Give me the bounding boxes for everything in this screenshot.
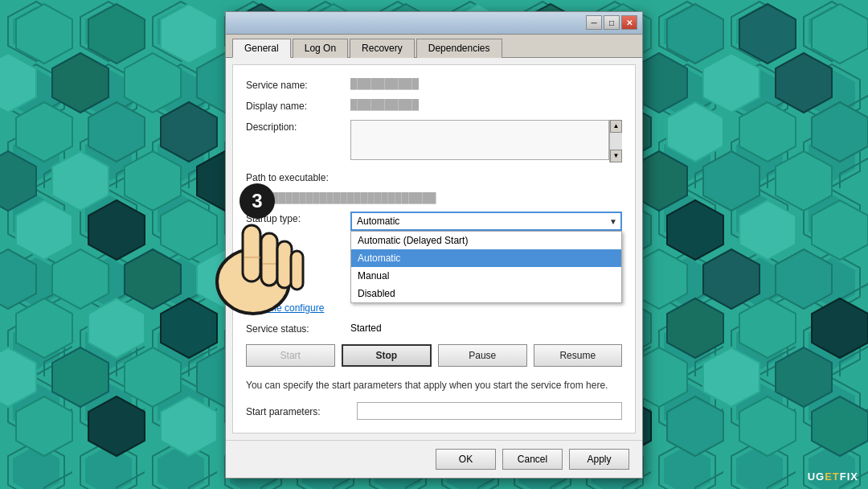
display-name-label: Display name: — [246, 99, 350, 112]
watermark-et: ET — [825, 471, 840, 483]
service-status-label: Service status: — [246, 322, 350, 335]
path-label: Path to executable: — [246, 171, 350, 183]
pause-button[interactable]: Pause — [438, 344, 527, 367]
service-name-row: Service name: ██████████ — [246, 78, 622, 91]
watermark: UGETFIX — [808, 471, 858, 483]
display-name-value: ██████████ — [350, 99, 622, 110]
path-row: Path to executable: — [246, 171, 622, 183]
startup-type-container: Automatic ▼ Automatic (Delayed Start) Au… — [350, 212, 622, 231]
content-area: Service name: ██████████ Display name: █… — [232, 64, 636, 434]
service-status-row: Service status: Started — [246, 322, 622, 335]
dialog-window: ─ □ ✕ General Log On Recovery Dependenci… — [225, 11, 643, 479]
resume-button[interactable]: Resume — [534, 344, 623, 367]
tab-logon[interactable]: Log On — [293, 39, 348, 58]
help-configure-link[interactable]: Help me configure — [246, 302, 324, 314]
stop-button[interactable]: Stop — [342, 344, 432, 367]
dropdown-option-delayed[interactable]: Automatic (Delayed Start) — [351, 232, 621, 249]
description-container: ▲ ▼ — [350, 120, 622, 162]
description-scrollbar: ▲ ▼ — [609, 120, 622, 162]
path-value-row: C:\██████████████████████████ — [246, 191, 622, 203]
scroll-down-arrow[interactable]: ▼ — [610, 150, 622, 162]
title-controls: ─ □ ✕ — [586, 15, 637, 30]
maximize-button[interactable]: □ — [604, 15, 620, 30]
path-value: C:\██████████████████████████ — [246, 192, 436, 203]
scroll-up-arrow[interactable]: ▲ — [610, 120, 622, 133]
start-params-input[interactable] — [357, 402, 622, 420]
help-link-row: Help me configure — [246, 302, 622, 314]
dropdown-option-automatic[interactable]: Automatic — [351, 249, 621, 267]
description-row: Description: ▲ ▼ — [246, 120, 622, 162]
info-text: You can specify the start parameters tha… — [246, 378, 622, 392]
description-label: Description: — [246, 120, 350, 133]
startup-type-select[interactable]: Automatic ▼ — [350, 212, 622, 231]
start-params-row: Start parameters: — [246, 402, 622, 420]
dropdown-arrow-icon: ▼ — [609, 216, 617, 225]
action-buttons-row: Start Stop Pause Resume — [246, 344, 622, 367]
minimize-button[interactable]: ─ — [586, 15, 602, 30]
cancel-button[interactable]: Cancel — [502, 449, 563, 470]
startup-type-label: Startup type: — [246, 212, 350, 224]
service-name-value: ██████████ — [350, 78, 622, 89]
startup-type-dropdown: Automatic (Delayed Start) Automatic Manu… — [350, 231, 622, 303]
description-textarea[interactable] — [350, 120, 609, 160]
close-button[interactable]: ✕ — [621, 15, 637, 30]
startup-type-selected: Automatic — [357, 216, 399, 227]
dropdown-option-manual[interactable]: Manual — [351, 267, 621, 285]
tab-dependencies[interactable]: Dependencies — [416, 39, 502, 58]
service-status-value: Started — [350, 323, 382, 334]
service-name-label: Service name: — [246, 78, 350, 91]
dropdown-option-disabled[interactable]: Disabled — [351, 285, 621, 302]
ok-button[interactable]: OK — [436, 449, 496, 470]
apply-button[interactable]: Apply — [569, 449, 629, 470]
watermark-ug: UG — [808, 471, 825, 483]
tab-bar: General Log On Recovery Dependencies — [226, 35, 642, 58]
dialog-footer: OK Cancel Apply — [226, 440, 642, 478]
start-button[interactable]: Start — [246, 344, 335, 367]
display-name-row: Display name: ██████████ — [246, 99, 622, 112]
watermark-fix: FIX — [840, 471, 858, 483]
title-bar: ─ □ ✕ — [226, 12, 642, 35]
window-overlay: ─ □ ✕ General Log On Recovery Dependenci… — [0, 0, 868, 489]
tab-general[interactable]: General — [232, 39, 291, 58]
tab-recovery[interactable]: Recovery — [350, 39, 415, 58]
start-params-label: Start parameters: — [246, 405, 350, 417]
startup-type-row: Startup type: Automatic ▼ Automatic (Del… — [246, 212, 622, 231]
